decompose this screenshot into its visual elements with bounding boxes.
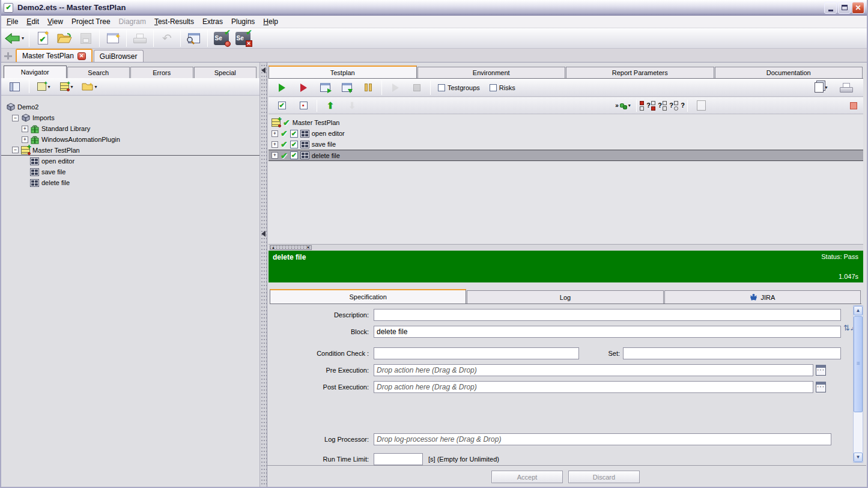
enabled-checkbox[interactable]: ✔: [290, 141, 298, 148]
menu-file[interactable]: File: [2, 16, 22, 27]
post-execution-drop-field[interactable]: [374, 381, 813, 393]
toggle-details-button[interactable]: [4, 79, 25, 94]
collapse-icon[interactable]: −: [12, 115, 19, 121]
log-processor-drop-field[interactable]: [374, 433, 831, 445]
disable-all-button[interactable]: ▪: [293, 99, 314, 113]
menu-help[interactable]: Help: [259, 16, 282, 27]
menu-edit[interactable]: Edit: [22, 16, 43, 27]
enabled-checkbox[interactable]: ✔: [290, 151, 298, 159]
run-from-here-button[interactable]: [336, 79, 357, 97]
dock-handle-icon[interactable]: [4, 52, 12, 60]
tab-errors[interactable]: Errors: [130, 67, 193, 78]
selenium-stop-button[interactable]: Se✔✕: [232, 29, 253, 47]
move-up-button[interactable]: ⬆: [320, 99, 341, 113]
collapse-icon[interactable]: −: [12, 147, 19, 153]
collapse-handle[interactable]: ▲▼: [270, 245, 312, 250]
scrollbar-thumb[interactable]: [854, 316, 863, 412]
checkbox-icon[interactable]: [490, 84, 497, 91]
testplan-root-row[interactable]: ✚ ✔ Master TestPlan: [269, 117, 863, 128]
enabled-checkbox[interactable]: ✔: [290, 130, 298, 138]
minimize-button[interactable]: [824, 2, 837, 14]
new-testplan-item-button[interactable]: ✦ ▾: [33, 79, 55, 94]
collapse-left-icon[interactable]: [261, 231, 266, 237]
run-selected-button[interactable]: [314, 79, 336, 97]
menu-project-tree[interactable]: Project Tree: [67, 16, 115, 27]
tab-jira[interactable]: JIRA: [664, 290, 861, 303]
scroll-down-icon[interactable]: ▼: [854, 453, 863, 462]
tab-navigator[interactable]: Navigator: [4, 66, 67, 78]
goto-block-icon[interactable]: ⇅↲: [843, 323, 854, 332]
testgroups-checkbox[interactable]: Testgroups: [433, 81, 485, 95]
tab-report-parameters[interactable]: Report Parameters: [566, 67, 714, 78]
close-button[interactable]: ✕: [852, 2, 864, 14]
discard-button[interactable]: Discard: [568, 471, 640, 483]
breakpoint-disable-button[interactable]: ?: [662, 101, 673, 111]
selenium-record-button[interactable]: Se✔: [210, 29, 232, 47]
menu-test-results[interactable]: Test-Results: [150, 16, 198, 27]
collapse-left-icon[interactable]: [261, 67, 266, 73]
expand-icon[interactable]: +: [272, 152, 278, 159]
tab-testplan[interactable]: Testplan: [269, 66, 417, 78]
tab-log[interactable]: Log: [467, 290, 663, 303]
risks-checkbox[interactable]: Risks: [485, 81, 520, 95]
pane-splitter[interactable]: [259, 63, 267, 487]
expand-icon[interactable]: +: [272, 141, 278, 148]
expand-icon[interactable]: +: [22, 136, 28, 143]
checkbox-icon[interactable]: [438, 84, 445, 91]
print-report-button[interactable]: [836, 79, 857, 97]
testplan-row-save-file[interactable]: + ✔ ✔ save file: [269, 139, 863, 150]
breakpoint-clear-button[interactable]: ?: [651, 101, 662, 111]
tab-specification[interactable]: Specification: [270, 289, 466, 303]
tab-environment[interactable]: Environment: [417, 67, 566, 78]
tree-item-project[interactable]: Demo2: [1, 102, 259, 112]
testplan-row-delete-file[interactable]: + ✔ ✔ delete file: [269, 150, 863, 161]
tree-item-imports[interactable]: − Imports: [1, 112, 259, 123]
condition-check-input[interactable]: [374, 347, 579, 359]
description-input[interactable]: [374, 309, 841, 321]
accept-button[interactable]: Accept: [491, 471, 563, 483]
form-scrollbar[interactable]: ▲ ▼: [853, 305, 863, 463]
set-input[interactable]: [623, 347, 841, 359]
new-testcase-button[interactable]: ✦ ▾: [56, 79, 77, 94]
new-testplan-button[interactable]: ✔✦: [32, 29, 53, 47]
follow-execution-button[interactable]: » ▾: [612, 99, 634, 113]
block-input[interactable]: [374, 326, 841, 338]
back-button[interactable]: ▾: [2, 29, 26, 47]
expand-icon[interactable]: +: [22, 126, 28, 132]
breakpoint-set-button[interactable]: ?: [639, 101, 651, 111]
menu-plugins[interactable]: Plugins: [227, 16, 259, 27]
expand-icon[interactable]: +: [272, 130, 278, 137]
tab-master-testplan[interactable]: Master TestPlan ✕: [16, 49, 93, 62]
report-button[interactable]: ▾: [810, 79, 832, 97]
tab-special[interactable]: Special: [194, 67, 257, 78]
tree-item-windows-automation-plugin[interactable]: + WindowsAutomationPlugin: [1, 134, 259, 145]
tab-guibrowser[interactable]: GuiBrowser: [94, 50, 144, 62]
pause-button[interactable]: [357, 79, 379, 97]
testplan-row-open-editor[interactable]: + ✔ ✔ open editor: [269, 128, 863, 139]
new-folder-button[interactable]: ✦ ▾: [79, 79, 100, 94]
pre-execution-drop-field[interactable]: [374, 364, 813, 376]
tree-item-delete-file[interactable]: delete file: [1, 177, 259, 188]
tree-item-open-editor[interactable]: open editor: [1, 156, 259, 166]
run-time-limit-input[interactable]: [374, 453, 423, 465]
gui-browser-button[interactable]: [183, 29, 205, 47]
menu-view[interactable]: View: [43, 16, 67, 27]
pre-execution-browse-button[interactable]: ···: [816, 365, 826, 376]
tree-item-master-testplan[interactable]: − ✚ Master TestPlan: [1, 145, 259, 156]
tree-item-save-file[interactable]: save file: [1, 166, 259, 177]
maximize-button[interactable]: [838, 2, 851, 14]
enable-all-button[interactable]: ✔: [271, 99, 293, 113]
post-execution-browse-button[interactable]: ···: [816, 382, 826, 392]
scroll-up-icon[interactable]: ▲: [854, 306, 863, 316]
run-button[interactable]: [271, 79, 293, 97]
new-window-button[interactable]: ✦: [102, 29, 124, 47]
tab-search[interactable]: Search: [67, 67, 130, 78]
run-with-debug-button[interactable]: [293, 79, 314, 97]
jira-icon: [750, 293, 757, 301]
breakpoint-condition-button[interactable]: ?: [673, 101, 685, 111]
close-tab-icon[interactable]: ✕: [77, 52, 86, 60]
tree-item-standard-library[interactable]: + Standard Library: [1, 123, 259, 134]
tab-documentation[interactable]: Documentation: [715, 67, 863, 78]
open-button[interactable]: [53, 29, 75, 47]
menu-extras[interactable]: Extras: [198, 16, 227, 27]
